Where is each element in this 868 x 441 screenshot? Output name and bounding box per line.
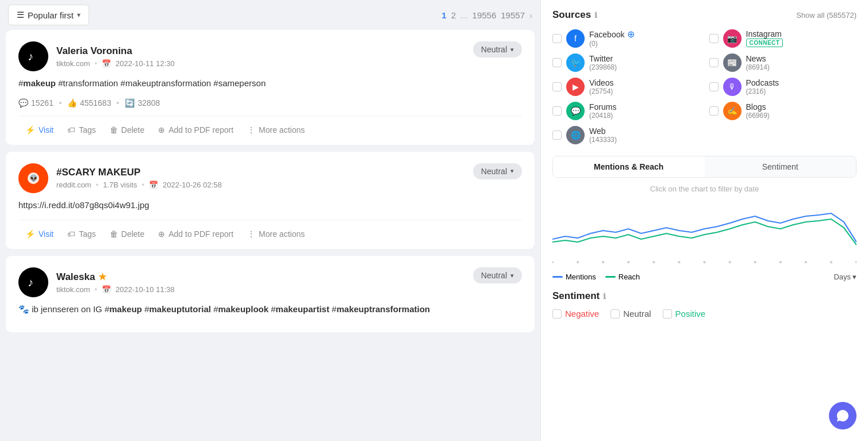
add-pdf-button[interactable]: ⊕ Add to PDF report bbox=[151, 227, 240, 241]
source-checkbox-news[interactable] bbox=[709, 58, 719, 67]
source-checkbox-blogs[interactable] bbox=[709, 106, 719, 116]
chevron-down-icon: ▾ bbox=[510, 167, 514, 175]
author-name: Waleska ★ bbox=[56, 271, 175, 283]
negative-checkbox[interactable] bbox=[552, 309, 562, 319]
svg-point-6 bbox=[602, 261, 604, 263]
post-date: 2022-10-26 02:58 bbox=[163, 181, 222, 189]
page-1[interactable]: 1 bbox=[441, 10, 446, 20]
positive-checkbox[interactable] bbox=[663, 309, 672, 319]
tags-button[interactable]: 🏷 Tags bbox=[60, 123, 103, 137]
svg-point-5 bbox=[577, 261, 579, 263]
card-stats: 💬 15261 👍 4551683 🔄 32808 bbox=[18, 98, 522, 108]
chart-hint: Click on the chart to filter by date bbox=[552, 185, 857, 193]
source-checkbox-videos[interactable] bbox=[552, 82, 562, 91]
source-item-videos: ▶ Videos (25754) bbox=[552, 78, 700, 96]
more-actions-button[interactable]: ⋮ More actions bbox=[240, 123, 312, 137]
pagination-dots: ... bbox=[460, 10, 468, 20]
source-item-instagram: 📷 Instagram CONNECT bbox=[709, 29, 857, 48]
source-label-videos: Videos (25754) bbox=[589, 78, 614, 95]
chevron-down-icon: ▾ bbox=[510, 46, 514, 53]
comments-stat: 💬 15261 bbox=[18, 98, 53, 108]
source-checkbox-forums[interactable] bbox=[552, 106, 562, 116]
sentiment-header: Sentiment ℹ bbox=[552, 290, 857, 302]
svg-text:♪: ♪ bbox=[28, 50, 33, 63]
sentiment-title: Sentiment ℹ bbox=[552, 290, 606, 302]
source-checkbox-facebook[interactable] bbox=[552, 34, 562, 43]
sentiment-badge[interactable]: Neutral ▾ bbox=[473, 267, 522, 283]
author-meta: Valeria Voronina tiktok.com • 📅 2022-10-… bbox=[56, 45, 175, 68]
sentiment-badge[interactable]: Neutral ▾ bbox=[473, 41, 522, 57]
author-meta: Waleska ★ tiktok.com • 📅 2022-10-10 11:3… bbox=[56, 271, 175, 294]
card-header: ♪ Valeria Voronina tiktok.com • 📅 2022-1… bbox=[18, 41, 522, 71]
left-panel: ☰ Popular first ▾ 1 2 ... 19556 19557 › … bbox=[0, 0, 540, 441]
toolbar: ☰ Popular first ▾ 1 2 ... 19556 19557 › bbox=[6, 0, 535, 30]
days-selector[interactable]: Days ▾ bbox=[834, 273, 857, 281]
more-actions-button[interactable]: ⋮ More actions bbox=[240, 227, 312, 241]
sort-label: Popular first bbox=[28, 10, 74, 20]
visit-button[interactable]: ⚡ Visit bbox=[18, 227, 60, 241]
ellipsis-icon: ⋮ bbox=[247, 229, 255, 239]
neutral-checkbox[interactable] bbox=[610, 309, 620, 319]
source-checkbox-twitter[interactable] bbox=[552, 58, 562, 67]
svg-point-9 bbox=[678, 261, 680, 263]
author-info: 👽 #SCARY MAKEUP reddit.com • 1.7B visits… bbox=[18, 163, 222, 193]
page-last2[interactable]: 19557 bbox=[501, 10, 525, 20]
tab-sentiment[interactable]: Sentiment bbox=[705, 156, 857, 177]
svg-point-11 bbox=[728, 261, 731, 263]
author-details: reddit.com • 1.7B visits • 📅 2022-10-26 … bbox=[56, 181, 222, 189]
shares-stat: 🔄 32808 bbox=[125, 98, 160, 108]
post-body: #makeup #transformation #makeuptransform… bbox=[18, 77, 522, 90]
source-label-news: News (86914) bbox=[746, 54, 770, 71]
source-label-instagram: Instagram CONNECT bbox=[746, 29, 783, 47]
tags-button[interactable]: 🏷 Tags bbox=[60, 227, 103, 241]
sort-icon: ☰ bbox=[17, 10, 24, 20]
connect-badge[interactable]: CONNECT bbox=[746, 39, 783, 47]
page-2[interactable]: 2 bbox=[451, 10, 456, 20]
chevron-down-icon: ▾ bbox=[77, 11, 80, 19]
svg-text:♪: ♪ bbox=[28, 276, 33, 289]
plus-icon: ⊕ bbox=[158, 229, 165, 239]
tab-mentions-reach[interactable]: Mentions & Reach bbox=[553, 156, 705, 177]
author-name: Valeria Voronina bbox=[56, 45, 175, 57]
svg-point-7 bbox=[627, 261, 629, 263]
legend-items: Mentions Reach bbox=[552, 273, 640, 281]
sources-title: Sources ℹ bbox=[552, 9, 597, 21]
like-icon: 👍 bbox=[67, 98, 77, 108]
source-checkbox-instagram[interactable] bbox=[709, 34, 719, 43]
instagram-icon: 📷 bbox=[723, 29, 742, 48]
ellipsis-icon: ⋮ bbox=[247, 125, 255, 135]
sentiment-neutral[interactable]: Neutral bbox=[610, 309, 651, 319]
source-label-blogs: Blogs (66969) bbox=[746, 102, 770, 120]
mentions-reach-chart[interactable] bbox=[552, 199, 857, 268]
chart-tabs: Mentions & Reach Sentiment bbox=[552, 156, 857, 178]
trash-icon: 🗑 bbox=[110, 229, 118, 239]
sources-grid: f Facebook ⊕ (0) 📷 Instagram CONNECT bbox=[552, 29, 857, 144]
sort-button[interactable]: ☰ Popular first ▾ bbox=[8, 5, 89, 25]
source-checkbox-podcasts[interactable] bbox=[709, 82, 719, 91]
card-header: ♪ Waleska ★ tiktok.com • 📅 2022-10-10 11… bbox=[18, 267, 522, 297]
podcasts-icon: 🎙 bbox=[723, 78, 742, 96]
sentiment-negative[interactable]: Negative bbox=[552, 309, 599, 319]
sentiment-positive[interactable]: Positive bbox=[663, 309, 706, 319]
show-all-button[interactable]: Show all (585572) bbox=[796, 10, 857, 20]
author-info: ♪ Waleska ★ tiktok.com • 📅 2022-10-10 11… bbox=[18, 267, 175, 297]
chat-bubble[interactable] bbox=[829, 402, 857, 430]
author-info: ♪ Valeria Voronina tiktok.com • 📅 2022-1… bbox=[18, 41, 175, 71]
source-item-forums: 💬 Forums (20418) bbox=[552, 102, 700, 120]
delete-button[interactable]: 🗑 Delete bbox=[103, 227, 151, 241]
delete-button[interactable]: 🗑 Delete bbox=[103, 123, 151, 137]
pagination-next[interactable]: › bbox=[529, 10, 532, 20]
source-label-web: Web (143333) bbox=[589, 126, 617, 144]
sentiment-badge[interactable]: Neutral ▾ bbox=[473, 163, 522, 179]
add-pdf-button[interactable]: ⊕ Add to PDF report bbox=[151, 123, 240, 137]
source-item-news: 📰 News (86914) bbox=[709, 53, 857, 72]
visit-button[interactable]: ⚡ Visit bbox=[18, 123, 60, 137]
info-icon: ℹ bbox=[603, 292, 606, 301]
svg-point-8 bbox=[652, 261, 655, 263]
post-date: 2022-10-11 12:30 bbox=[116, 59, 175, 68]
star-icon: ★ bbox=[98, 271, 106, 282]
source-checkbox-web[interactable] bbox=[552, 131, 562, 140]
chevron-down-icon: ▾ bbox=[852, 273, 857, 281]
plus-icon: ⊕ bbox=[158, 125, 165, 135]
page-last1[interactable]: 19556 bbox=[473, 10, 497, 20]
